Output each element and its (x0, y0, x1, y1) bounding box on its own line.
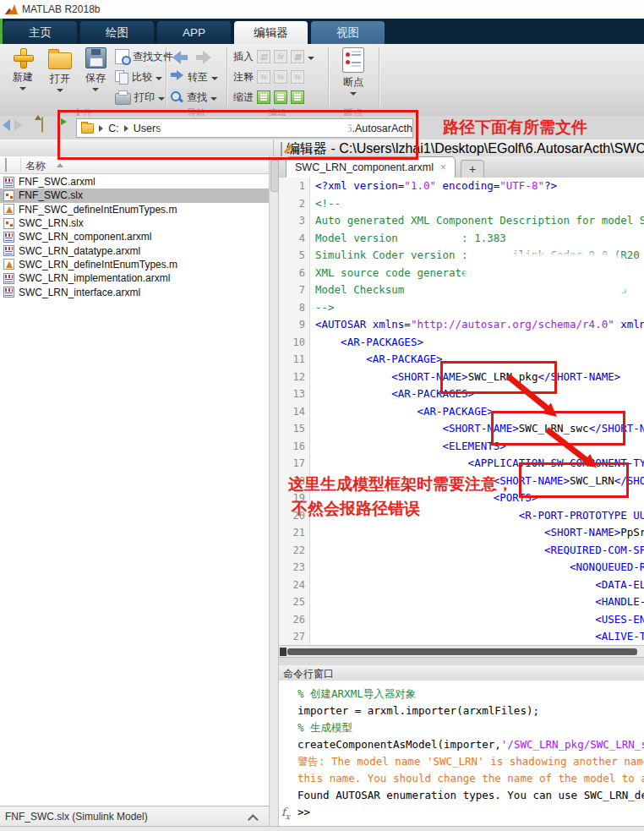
code-segment: "1.0" (404, 179, 436, 192)
details-collapse-button[interactable] (251, 812, 259, 824)
print-button[interactable]: 打印 (115, 89, 165, 106)
find-button[interactable]: 查找 (171, 89, 217, 106)
save-label: 保存 (85, 71, 106, 85)
comment-button[interactable]: 注释 % % % (233, 68, 304, 85)
ribbon-group-label-edit: 编辑 (226, 107, 328, 116)
command-prompt-row[interactable]: fx >> (279, 804, 644, 821)
compare-button[interactable]: 比较 (115, 68, 162, 85)
line-number: 16 (279, 438, 310, 456)
code-segment: <AR-PACKAGE> (315, 405, 494, 418)
breakpoints-button[interactable]: 断点 (338, 47, 368, 107)
file-row[interactable]: SWC_LRN_datatype.arxml (0, 243, 269, 257)
group-separator (328, 47, 329, 107)
file-list-column-header[interactable]: 名称 (0, 156, 269, 174)
sort-ascending-icon (57, 163, 63, 167)
scrollbar-thumb[interactable] (287, 648, 637, 655)
file-row[interactable]: FNF_SWC_defineIntEnumTypes.m (0, 203, 269, 216)
code-text: <!-- (310, 195, 341, 213)
breadcrumb-segment-folder[interactable]: 6.AutosarActh (346, 123, 412, 134)
code-line: 8--> (279, 299, 644, 317)
up-one-level-button[interactable] (41, 118, 43, 133)
new-button[interactable]: 新建 (5, 47, 41, 107)
code-editor[interactable]: 1<?xml version="1.0" encoding="UTF-8"?>2… (279, 178, 644, 645)
open-button[interactable]: 打开 (42, 47, 78, 107)
insert-button[interactable]: 插入 ▤ fx ▦ (233, 48, 314, 65)
comment-icon: % (257, 70, 270, 84)
file-name: SWC_LRN_component.arxml (19, 231, 151, 243)
horizontal-scrollbar[interactable] (279, 645, 644, 658)
code-text: <SHORT-NAME>PpSrMS (310, 524, 644, 542)
editor-pencil-icon (281, 142, 282, 156)
command-window-header: 命令行窗口 (279, 665, 644, 681)
file-row[interactable]: SWC_LRN.slx (0, 216, 269, 230)
ribbon-tab-5[interactable]: 视图 (311, 21, 385, 44)
ribbon-tab-2[interactable]: 绘图 (80, 21, 154, 44)
line-number: 6 (279, 265, 310, 282)
code-line: 23 <NONQUEUED-REC (279, 559, 644, 577)
file-row[interactable]: SWC_LRN_component.arxml (0, 230, 269, 243)
redaction-blur (467, 256, 628, 297)
code-line: 15 <SHORT-NAME>SWC_LRN_swc</SHORT-NAME> (279, 420, 644, 438)
panel-splitter[interactable] (269, 156, 279, 826)
line-number: 11 (279, 351, 310, 369)
indent-button[interactable]: 缩进 (233, 89, 304, 106)
code-segment: <!-- (315, 197, 341, 210)
file-row[interactable]: SWC_LRN_defineIntEnumTypes.m (0, 258, 269, 271)
file-row[interactable]: SWC_LRN_implementation.arxml (0, 271, 269, 285)
line-number: 26 (279, 611, 310, 629)
document-tab[interactable]: SWC_LRN_component.arxml × (286, 156, 456, 178)
close-icon[interactable]: × (440, 161, 446, 173)
line-number: 22 (279, 542, 310, 560)
name-column-header[interactable]: 名称 (25, 159, 46, 173)
ribbon-tab-1[interactable]: 主页 (3, 21, 77, 44)
matlab-logo-icon (5, 3, 18, 15)
file-row[interactable]: SWC_LRN_interface.arxml (0, 285, 269, 298)
breadcrumb[interactable]: C: Users 6.AutosarActh (76, 118, 413, 138)
smart-indent-icon (257, 90, 270, 104)
back-button[interactable] (172, 49, 189, 66)
code-segment: SWC_LRN_pkg (468, 370, 538, 383)
forward-button[interactable] (194, 49, 211, 66)
ribbon-tab-4[interactable]: 编辑器 (234, 21, 308, 44)
file-row[interactable]: FNF_SWC.slx (0, 189, 269, 202)
arxml-file-icon (3, 245, 14, 256)
command-line: createComponentAsModel(importer,'/SWC_LR… (279, 736, 644, 753)
goto-button[interactable]: 转至 (171, 68, 218, 85)
browse-folder-button[interactable] (58, 118, 60, 133)
code-segment: <AR-PACKAGES> (315, 336, 423, 348)
printer-icon (115, 93, 131, 105)
breadcrumb-segment-drive[interactable]: C: (108, 123, 119, 134)
breakpoints-label: 断点 (343, 75, 363, 90)
find-files-button[interactable]: 查找文件 (115, 48, 173, 65)
line-number: 23 (279, 559, 310, 577)
chevron-down-icon (308, 57, 314, 60)
chevron-down-icon (210, 97, 217, 101)
command-segment: this name. You should change the name of… (297, 772, 644, 785)
command-segment: % 生成模型 (297, 721, 352, 734)
current-folder-panel: 名称 FNF_SWC.arxmlFNF_SWC.slxFNF_SWC_defin… (0, 156, 269, 806)
compare-icon (115, 70, 128, 84)
code-text: <?xml version="1.0" encoding="UTF-8"?> (310, 178, 557, 195)
code-segment: <NONQUEUED-REC (315, 560, 644, 573)
file-list: FNF_SWC.arxmlFNF_SWC.slxFNF_SWC_defineIn… (0, 175, 269, 299)
breadcrumb-segment-users[interactable]: Users (134, 123, 161, 134)
command-window[interactable]: % 创建ARXML导入器对象importer = arxml.importer(… (279, 681, 644, 826)
indent-label: 缩进 (233, 90, 254, 105)
file-row[interactable]: FNF_SWC.arxml (0, 175, 269, 189)
code-line: 22 <REQUIRED-COM-SPEC (279, 542, 644, 560)
ribbon-group-label-breakpoints: 断点 (328, 107, 379, 116)
new-tab-button[interactable]: + (461, 160, 484, 178)
save-button[interactable]: 保存 (79, 47, 112, 107)
ribbon-group-label-navigate: 导航 (166, 107, 226, 116)
compare-label: 比较 (132, 70, 152, 85)
code-line: 3Auto generated XML Component Descriptio… (279, 212, 644, 230)
window-edge-accent (0, 19, 3, 44)
file-name: FNF_SWC.arxml (19, 176, 96, 188)
fx-icon: fx (281, 804, 290, 825)
code-segment: Auto generated XML Component Description… (315, 214, 644, 227)
ribbon-tab-3[interactable]: APP (157, 21, 231, 44)
code-line: 26 <USES-END- (279, 611, 644, 629)
code-segment: <?xml version= (315, 179, 404, 192)
splitter-grip[interactable] (270, 160, 279, 192)
line-number: 19 (279, 489, 310, 507)
